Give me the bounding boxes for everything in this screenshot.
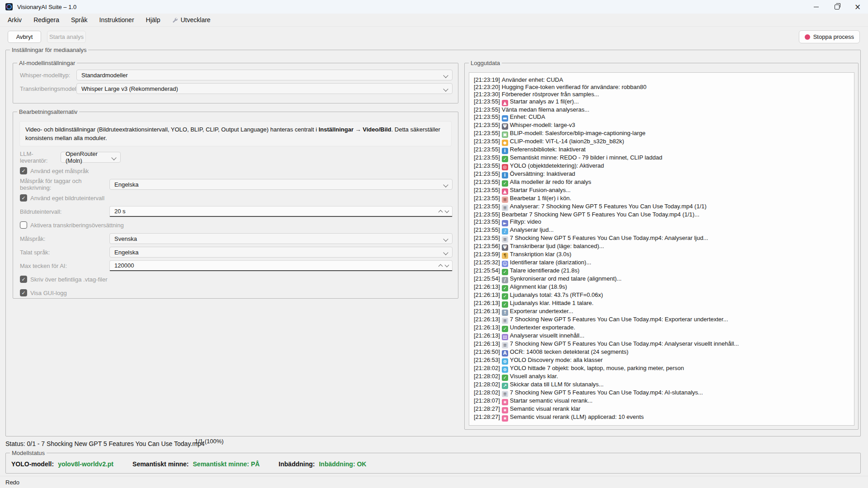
aktivera-transkriberingsoversattning-checkbox[interactable]: Aktivera transkriberingsöversättning <box>20 220 458 230</box>
spin-down-icon[interactable] <box>445 263 449 267</box>
spin-up-icon[interactable] <box>439 264 443 268</box>
inbaddning-value: Inbäddning: OK <box>319 460 366 468</box>
image-icon: ▣ <box>502 131 508 138</box>
log-line: [21:26:13]↑Exporterar undertexter... <box>474 308 849 316</box>
check-icon: ✓ <box>502 301 508 308</box>
log-line: [21:23:55]Vänta medan filerna analyseras… <box>474 106 849 113</box>
log-line: [21:28:02]⊙YOLO hittade 7 objekt: book, … <box>474 365 849 373</box>
malsprak-for-taggar-och-beskrivning-label: Målspråk för taggar och beskrivning: <box>20 178 109 191</box>
transkriberingsmodell-label: Transkriberingsmodell: <box>20 85 76 92</box>
log-line: [21:23:55]▬Enhet: CUDA <box>474 113 849 122</box>
media-analysis-settings-label: Inställningar för mediaanalys <box>10 47 88 53</box>
log-textarea[interactable]: [21:23:19]Använder enhet: CUDA[21:23:20]… <box>469 72 854 426</box>
log-line: [21:23:55]≡Analyserar: 7 Shocking New GP… <box>474 203 849 211</box>
log-line: [21:23:55]►Filtyp: video <box>474 218 849 226</box>
semantiskt-minne-value: Semantiskt minne: PÅ <box>193 460 260 468</box>
menu-item-hjalp[interactable]: Hjälp <box>140 14 166 26</box>
stop-process-button[interactable]: Stoppa process <box>799 30 860 43</box>
send-icon: ↗ <box>502 383 508 389</box>
log-line: [21:26:13]✓Ljudanalys total: 43.7s (RTF=… <box>474 291 849 300</box>
minimize-icon[interactable] <box>806 0 826 14</box>
check-icon: ✓ <box>502 156 508 162</box>
log-line: [21:23:56]ΨTranskriberar ljud (läge: bal… <box>474 243 849 251</box>
log-line: [21:23:55]≡7 Shocking New GPT 5 Features… <box>474 235 849 243</box>
yolo-modell-value: yolov8l-worldv2.pt <box>58 460 113 468</box>
log-line: [21:23:55]◆CLIP-modell: ViT-L-14 (laion2… <box>474 138 849 146</box>
spin-down-icon[interactable] <box>445 209 449 213</box>
processing-options-group: Bearbetningsalternativ Video- och bildin… <box>13 112 458 299</box>
check-icon: ✓ <box>502 269 508 275</box>
log-output-group: Loggutdata [21:23:19]Använder enhet: CUD… <box>464 63 859 430</box>
model-status-group: Modellstatus YOLO-modell:yolov8l-worldv2… <box>5 453 861 474</box>
whisper-modelltyp-combobox[interactable]: Standardmodeller <box>76 70 453 80</box>
transkriberingsmodell-combobox[interactable]: Whisper Large v3 (Rekommenderad) <box>76 83 453 94</box>
magnifier-icon: ⊙ <box>502 358 508 365</box>
talat-sprak-combobox[interactable]: Engelska <box>109 247 453 258</box>
document-icon: ≡ <box>502 391 508 397</box>
log-line: [21:23:55]iÖversättning: Inaktiverad <box>474 170 849 178</box>
llm-leverantor-combobox[interactable]: OpenRouter (Moln) <box>61 152 121 163</box>
log-line: [21:25:32]☺Identifierar talare (diarizat… <box>474 259 849 267</box>
menu-item-utvecklare[interactable]: Utvecklare <box>166 14 216 26</box>
whisper-modelltyp-label: Whisper-modelltyp: <box>20 72 76 79</box>
bildruteintervall-spinbox[interactable]: 20 s <box>109 206 453 217</box>
llm-leverantor-label: LLM-leverantör: <box>20 150 61 164</box>
log-line: [21:26:13]✓Undertexter exporterade. <box>474 324 849 332</box>
document-icon: ≡ <box>502 342 508 348</box>
log-line: [21:28:02]↗Skickar data till LLM för slu… <box>474 381 849 389</box>
cancel-button[interactable]: Avbryt <box>8 31 41 43</box>
app-window: VisionaryAI Suite – 1.0 × ArkivRedigeraS… <box>0 0 868 488</box>
title-bar: VisionaryAI Suite – 1.0 × <box>0 0 868 14</box>
bildruteintervall-label: Bildruteintervall: <box>20 208 109 215</box>
statusbar-text: Redo <box>5 479 19 486</box>
info-icon: i <box>502 172 508 178</box>
malsprak-combobox[interactable]: Svenska <box>109 233 453 244</box>
log-line: [21:23:55]Bearbetar 7 Shocking New GPT 5… <box>474 211 849 218</box>
media-analysis-settings-group: Inställningar för mediaanalys AI-modelli… <box>5 50 861 436</box>
microphone-icon: Ψ <box>502 244 508 251</box>
log-line: [21:23:59]¶Transkription klar (3.0s) <box>474 251 849 259</box>
menu-item-instruktioner[interactable]: Instruktioner <box>94 14 140 26</box>
log-line: [21:26:13]✓Alignment klar (18.9s) <box>474 283 849 291</box>
wrench-icon <box>172 17 178 23</box>
model-status-label: Modellstatus <box>10 450 47 456</box>
start-analysis-button[interactable]: Starta analys <box>47 31 86 43</box>
check-icon: ✓ <box>502 375 508 381</box>
music-icon: ♪ <box>502 228 508 235</box>
log-line: [21:28:07]∗Startar semantic visual reran… <box>474 397 849 405</box>
log-line: [21:23:55]▲Startar Fusion-analys... <box>474 187 849 195</box>
menu-item-arkiv[interactable]: Arkiv <box>2 14 28 26</box>
visa-gui-logg-checkbox[interactable]: ✓Visa GUI-logg <box>20 287 458 298</box>
log-output-label: Loggutdata <box>469 60 502 66</box>
log-line: [21:23:55]♪Analyserar ljud... <box>474 226 849 235</box>
log-line: [21:23:19]Använder enhet: CUDA <box>474 76 849 84</box>
rocket-icon: ▲ <box>502 188 508 195</box>
log-line: [21:28:27]∗Semantic visual rerank (LLM) … <box>474 413 849 422</box>
anvand-eget-malsprak-checkbox[interactable]: ✓Använd eget målspråk <box>20 165 458 176</box>
semantiskt-minne-label: Semantiskt minne: <box>132 460 189 468</box>
wrench-icon: / <box>502 277 508 283</box>
malsprak-label: Målspråk: <box>20 235 109 242</box>
log-line: [21:26:53]⊙YOLO Discovery mode: alla kla… <box>474 357 849 365</box>
document-icon: ≡ <box>502 236 508 243</box>
max-tecken-for-ai-spinbox[interactable]: 120000 <box>109 260 453 271</box>
status-text: Status: 0/1 - 7 Shocking New GPT 5 Featu… <box>5 440 204 447</box>
skriv-over-befintliga-vtag-filer-checkbox[interactable]: ✓Skriv över befintliga .vtag-filer <box>20 274 458 285</box>
spin-up-icon[interactable] <box>439 210 443 214</box>
film-icon: ▤ <box>502 334 508 340</box>
log-line: [21:25:54]/Synkroniserar ord med talare … <box>474 275 849 283</box>
maximize-restore-icon[interactable] <box>826 0 847 14</box>
check-icon: ✓ <box>502 180 508 187</box>
check-icon: ✓ <box>502 285 508 291</box>
max-tecken-for-ai-label: Max tecken för AI: <box>20 263 109 269</box>
anvand-eget-bildruteintervall-checkbox[interactable]: ✓Använd eget bildruteintervall <box>20 192 458 203</box>
abc-icon: A <box>502 350 508 357</box>
chevron-down-icon <box>443 250 448 255</box>
log-line: [21:28:02]✓Visuell analys klar. <box>474 373 849 381</box>
menu-item-sprak[interactable]: Språk <box>65 14 94 26</box>
export-icon: ↑ <box>502 310 508 316</box>
menu-item-redigera[interactable]: Redigera <box>28 14 65 26</box>
close-icon[interactable]: × <box>847 0 868 14</box>
log-line: [21:23:55]✓Alla modeller är redo för ana… <box>474 178 849 187</box>
malsprak-for-taggar-och-beskrivning-combobox[interactable]: Engelska <box>109 179 453 190</box>
